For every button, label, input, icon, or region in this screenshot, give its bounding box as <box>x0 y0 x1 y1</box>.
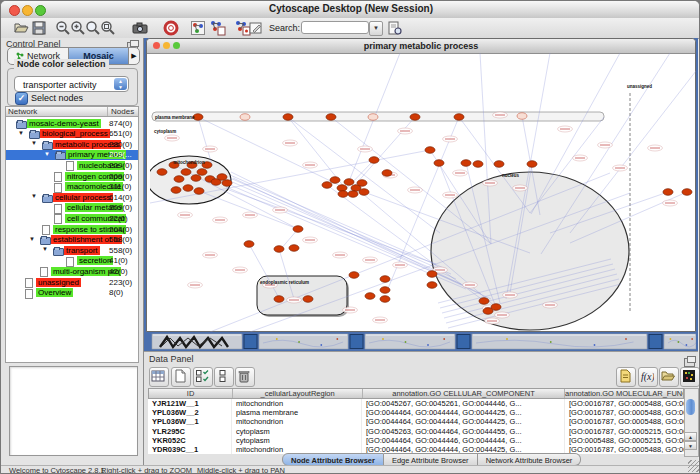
network-node[interactable] <box>293 226 303 233</box>
tree-row[interactable]: response to stimulu264(0) <box>6 224 138 235</box>
network-node[interactable] <box>479 298 489 305</box>
network-node[interactable] <box>357 180 367 187</box>
table-cell[interactable]: mitochondrion <box>232 417 362 426</box>
table-cell[interactable]: [GO:0044464, GO:0044444, GO:0044425, G..… <box>362 408 565 417</box>
tree-row[interactable]: ▼metabolic process280(0) <box>6 139 138 150</box>
minimized-window[interactable] <box>472 334 647 349</box>
network-node[interactable] <box>527 161 537 168</box>
network-node[interactable] <box>425 147 435 154</box>
network-node[interactable] <box>427 282 437 289</box>
attribute-matrix-icon[interactable] <box>680 367 700 387</box>
annotation-icon[interactable] <box>248 20 264 36</box>
network-node-light[interactable] <box>368 114 378 121</box>
tree-row[interactable]: cellular metabo209(0) <box>6 203 138 214</box>
snapshot-icon[interactable] <box>132 20 148 36</box>
minimized-window-title[interactable] <box>457 335 470 349</box>
tree-row[interactable]: Overview8(0) <box>6 288 138 299</box>
network-node[interactable] <box>330 177 340 184</box>
tree-row[interactable]: multi-organism pro42(0) <box>6 266 138 277</box>
minimized-windows-strip[interactable] <box>150 333 696 351</box>
table-row[interactable]: YPL036W__2plasma membrane[GO:0044464, GO… <box>148 408 684 417</box>
network-node[interactable] <box>382 170 392 177</box>
table-cell[interactable]: [GO:0045267, GO:0045261, GO:0044446, G..… <box>362 399 565 408</box>
import-attributes-icon[interactable] <box>616 367 636 387</box>
create-network-icon[interactable] <box>209 20 225 36</box>
network-node[interactable] <box>191 175 201 182</box>
network-node[interactable] <box>380 276 390 283</box>
network-node[interactable] <box>380 287 390 294</box>
network-node[interactable] <box>473 161 483 168</box>
attribute-table-icon[interactable] <box>149 367 169 387</box>
network-node[interactable] <box>359 189 369 196</box>
minimized-window[interactable] <box>365 334 455 349</box>
network-node-light[interactable] <box>240 114 250 121</box>
network-node[interactable] <box>454 114 464 121</box>
tree-row[interactable]: ▼transport558(0) <box>6 245 138 256</box>
select-attributes-icon[interactable] <box>193 367 213 387</box>
help-icon[interactable] <box>163 20 179 36</box>
network-node[interactable] <box>483 308 493 315</box>
tree-row[interactable]: ▼cellular process614(0) <box>6 192 138 203</box>
expand-arrow-icon[interactable]: ▼ <box>29 236 35 242</box>
tree-row[interactable]: ▼establishment of lo558(0) <box>6 235 138 246</box>
network-node[interactable] <box>244 241 254 248</box>
network-node[interactable] <box>174 176 184 183</box>
table-cell[interactable]: [GO:0044464, GO:0044444, GO:0044425, G..… <box>362 417 565 426</box>
network-node[interactable] <box>682 189 692 196</box>
network-node[interactable] <box>171 187 181 194</box>
tree-row[interactable]: cell communicat22(0) <box>6 213 138 224</box>
network-node[interactable] <box>380 296 390 303</box>
tree-row[interactable]: ▼primary metabo209(... <box>6 150 138 161</box>
expand-arrow-icon[interactable]: ▼ <box>31 193 37 199</box>
formula-builder-icon[interactable]: f(x) <box>638 367 658 387</box>
table-cell[interactable]: YKR052C <box>148 436 232 445</box>
birdseye-view[interactable] <box>9 366 138 456</box>
network-node[interactable] <box>494 161 504 168</box>
column-header[interactable]: _cellularLayoutRegion <box>233 389 363 398</box>
table-cell[interactable]: YPL036W__2 <box>148 408 232 417</box>
zoom-in-icon[interactable] <box>70 20 86 36</box>
network-node[interactable] <box>337 185 347 192</box>
network-node[interactable] <box>197 169 207 176</box>
network-node[interactable] <box>349 272 359 279</box>
select-nodes-checkbox[interactable]: ✓ <box>15 92 28 105</box>
search-dropdown-arrow[interactable]: ▼ <box>369 21 383 36</box>
network-node[interactable] <box>303 296 313 303</box>
zoom-selected-icon[interactable] <box>100 20 116 36</box>
network-node[interactable] <box>326 114 336 121</box>
column-header[interactable]: ID <box>149 389 233 398</box>
tree-row[interactable]: macromolecule311(0) <box>6 182 138 193</box>
network-node[interactable] <box>217 174 227 181</box>
expand-arrow-icon[interactable]: ▼ <box>44 151 50 157</box>
zoom-fit-icon[interactable] <box>85 20 101 36</box>
search-options-icon[interactable] <box>387 20 403 36</box>
tab-overflow-arrow[interactable]: ▶ <box>129 48 139 64</box>
unselect-attributes-icon[interactable] <box>214 367 234 387</box>
network-node[interactable] <box>222 180 232 187</box>
network-node[interactable] <box>274 296 284 303</box>
network-node[interactable] <box>369 157 379 164</box>
expand-arrow-icon[interactable]: ▼ <box>18 130 24 136</box>
table-cell[interactable]: [GO:0005488, GO:0005215, GO:0003674] <box>565 436 684 445</box>
tree-row[interactable]: mosaic-demo-yeast874(0) <box>6 118 138 129</box>
minimized-window-title[interactable] <box>350 335 363 349</box>
table-cell[interactable]: YPL036W__1 <box>148 417 232 426</box>
network-node[interactable] <box>181 169 191 176</box>
table-cell[interactable]: [GO:0016787, GO:0005488, GO:0005215, G..… <box>565 408 684 417</box>
minimized-window[interactable] <box>259 334 348 349</box>
table-cell[interactable]: [GO:0016787, GO:0005488, GO:0005215, G..… <box>565 399 684 408</box>
delete-attribute-icon[interactable] <box>235 367 255 387</box>
network-node[interactable] <box>283 114 293 121</box>
network-node[interactable] <box>461 160 471 167</box>
table-cell[interactable]: [GO:0045263, GO:0044464, GO:0044455, G..… <box>362 427 565 436</box>
network-canvas[interactable]: plasma membranecytoplasmmitochondrionnuc… <box>150 53 696 332</box>
network-node[interactable] <box>348 191 358 198</box>
resize-grip[interactable] <box>688 460 700 472</box>
network-window-titlebar[interactable]: primary metabolic process <box>147 39 695 54</box>
network-node[interactable] <box>274 246 284 253</box>
network-node[interactable] <box>183 185 193 192</box>
network-node[interactable] <box>427 271 437 278</box>
search-input[interactable] <box>301 21 369 34</box>
network-node[interactable] <box>344 179 354 186</box>
network-node[interactable] <box>194 188 204 195</box>
